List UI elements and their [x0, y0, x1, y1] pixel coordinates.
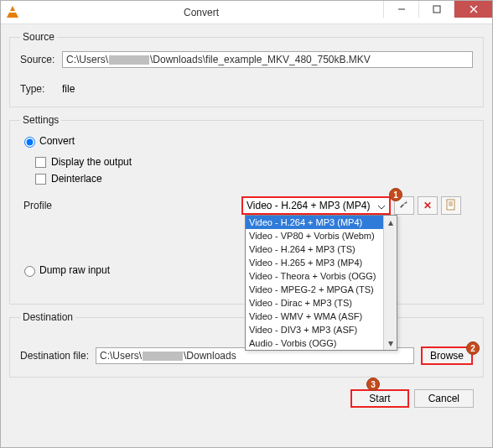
profile-label: Profile [23, 200, 74, 211]
destination-file-label: Destination file: [20, 350, 96, 362]
display-output-label: Display the output [51, 156, 132, 168]
dropdown-option[interactable]: Video - H.265 + MP3 (MP4) [246, 256, 385, 269]
scroll-up-icon[interactable]: ▴ [384, 216, 397, 229]
browse-button-label: Browse [430, 350, 464, 362]
start-button-label: Start [369, 393, 390, 404]
convert-dialog: Convert Source Source: C:\Users\\Downloa… [0, 0, 493, 448]
document-icon [446, 199, 456, 213]
new-profile-button[interactable] [441, 196, 461, 215]
annotation-3: 3 [366, 378, 380, 391]
profile-select[interactable]: Video - H.264 + MP3 (MP4) [241, 196, 391, 215]
type-label: Type: [20, 83, 62, 95]
chevron-down-icon [377, 202, 386, 214]
window-title: Convert [19, 7, 383, 18]
dropdown-option[interactable]: Video - Dirac + MP3 (TS) [246, 296, 385, 310]
redacted-text [143, 352, 183, 361]
minimize-button[interactable] [383, 1, 418, 18]
dropdown-option[interactable]: Video - DIV3 + MP3 (ASF) [246, 323, 385, 336]
scrollbar[interactable]: ▴ ▾ [383, 216, 397, 350]
dump-radio[interactable]: Dump raw input [20, 263, 110, 277]
checkbox-icon [35, 174, 46, 185]
convert-radio-input[interactable] [24, 137, 35, 148]
scroll-down-icon[interactable]: ▾ [384, 336, 397, 350]
source-legend: Source [20, 31, 57, 43]
dropdown-option[interactable]: Video - H.264 + MP3 (MP4) [246, 216, 385, 229]
browse-button[interactable]: Browse [421, 346, 473, 365]
settings-legend: Settings [20, 114, 61, 126]
destination-legend: Destination [20, 311, 75, 323]
annotation-1: 1 [389, 188, 402, 201]
annotation-2: 2 [466, 341, 480, 355]
vlc-icon [6, 6, 19, 19]
start-button[interactable]: Start [350, 389, 408, 408]
svg-rect-1 [433, 6, 440, 13]
dropdown-option[interactable]: Video - WMV + WMA (ASF) [246, 310, 385, 323]
cancel-button[interactable]: Cancel [414, 389, 474, 408]
dropdown-option[interactable]: Video - MPEG-2 + MPGA (TS) [246, 283, 385, 296]
dropdown-option[interactable]: Video - VP80 + Vorbis (Webm) [246, 229, 385, 242]
redacted-text [109, 55, 149, 65]
deinterlace-checkbox[interactable]: Deinterlace [35, 173, 473, 185]
dropdown-option[interactable]: Audio - Vorbis (OGG) [246, 336, 385, 350]
deinterlace-label: Deinterlace [51, 173, 102, 185]
maximize-button[interactable] [418, 1, 454, 18]
source-group: Source Source: C:\Users\\Downloads\file_… [9, 31, 484, 107]
profile-dropdown[interactable]: Video - H.264 + MP3 (MP4) Video - VP80 +… [245, 215, 397, 351]
wrench-icon [398, 199, 410, 213]
svg-rect-4 [447, 200, 454, 210]
checkbox-icon [35, 157, 46, 168]
dropdown-option[interactable]: Video - H.264 + MP3 (TS) [246, 242, 385, 256]
convert-radio-label: Convert [39, 135, 75, 147]
display-output-checkbox[interactable]: Display the output [35, 156, 473, 168]
convert-radio[interactable]: Convert [20, 134, 75, 148]
source-input[interactable]: C:\Users\\Downloads\file_example_MKV_480… [62, 51, 473, 68]
cancel-button-label: Cancel [428, 393, 459, 404]
source-label: Source: [20, 54, 62, 65]
settings-group: Settings Convert Display the output Dein… [9, 114, 484, 305]
delete-profile-button[interactable]: ✕ [418, 196, 438, 215]
close-icon: ✕ [423, 200, 432, 211]
close-button[interactable] [454, 1, 492, 18]
dump-radio-label: Dump raw input [39, 264, 110, 276]
titlebar: Convert [1, 1, 492, 24]
type-value: file [62, 83, 75, 95]
dump-radio-input[interactable] [24, 266, 35, 277]
profile-selected-value: Video - H.264 + MP3 (MP4) [246, 200, 371, 211]
dropdown-option[interactable]: Video - Theora + Vorbis (OGG) [246, 269, 385, 283]
